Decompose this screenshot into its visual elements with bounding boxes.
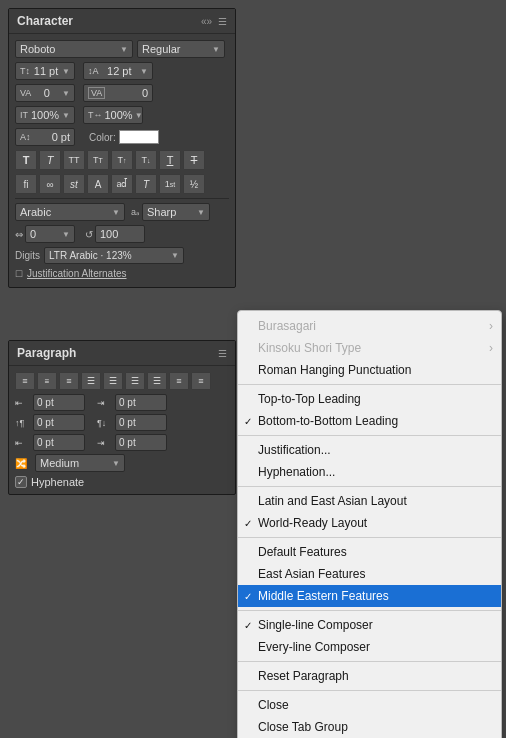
menu-item-close[interactable]: Close <box>238 694 501 716</box>
paragraph-panel-header: Paragraph ☰ <box>9 341 235 366</box>
menu-item-world-ready[interactable]: ✓ World-Ready Layout <box>238 512 501 534</box>
menu-item-top-to-top[interactable]: Top-to-Top Leading <box>238 388 501 410</box>
indent-left-row: ⇤ 0 pt ⇥ 0 pt <box>15 394 229 411</box>
justification-alternates-link[interactable]: Justification Alternates <box>27 268 127 279</box>
horizontal-scale-field[interactable]: T↔ 100% ▼ <box>83 106 143 124</box>
tsume-section: ⇔ 0 ▼ <box>15 225 75 243</box>
aki-icon: ↺ <box>85 229 93 240</box>
hyphenate-label: Hyphenate <box>31 476 84 488</box>
divider-4 <box>238 537 501 538</box>
paragraph-panel-title: Paragraph <box>17 346 76 360</box>
vertical-scale-field[interactable]: IT 100% ▼ <box>15 106 75 124</box>
menu-item-burasagari[interactable]: Burasagari <box>238 315 501 337</box>
opentype-row: fi ∞ st A ad̄ T 1st ½ <box>15 174 229 194</box>
divider-2 <box>238 435 501 436</box>
hyphenate-checkbox[interactable]: ✓ <box>15 476 27 488</box>
space-after-icon: ¶↓ <box>97 418 111 428</box>
ot-discretionary[interactable]: ∞ <box>39 174 61 194</box>
first-indent-row: ⇤ 0 pt ⇥ 0 pt <box>15 434 229 451</box>
aki-section: ↺ 100 <box>85 225 145 243</box>
align-center-btn[interactable]: ≡ <box>37 372 57 390</box>
font-family-select[interactable]: Roboto ▼ <box>15 40 133 58</box>
font-row: Roboto ▼ Regular ▼ <box>15 40 229 58</box>
ot-titling[interactable]: T <box>135 174 157 194</box>
justification-alt-row: ☐ Justification Alternates <box>15 268 229 279</box>
menu-item-every-line[interactable]: Every-line Composer <box>238 636 501 658</box>
antialias-icon: aₐ <box>131 207 140 217</box>
menu-item-close-tab-group[interactable]: Close Tab Group <box>238 716 501 738</box>
scale-row: IT 100% ▼ T↔ 100% ▼ <box>15 106 229 124</box>
tsume-aki-row: ⇔ 0 ▼ ↺ 100 <box>15 225 229 243</box>
tsume-field[interactable]: 0 ▼ <box>25 225 75 243</box>
menu-item-roman-hanging[interactable]: Roman Hanging Punctuation <box>238 359 501 381</box>
hscale-arrow: ▼ <box>135 111 143 120</box>
language-select[interactable]: Arabic ▼ <box>15 203 125 221</box>
typo-btn-bold[interactable]: T <box>15 150 37 170</box>
indent-right-field[interactable]: 0 pt <box>115 394 167 411</box>
antialias-section: aₐ Sharp ▼ <box>131 203 210 221</box>
tsume-icon: ⇔ <box>15 229 23 240</box>
lang-arrow: ▼ <box>112 208 120 217</box>
digits-label: Digits <box>15 250 40 261</box>
justify-all-btn[interactable]: ☰ <box>147 372 167 390</box>
baseline-icon: A↕ <box>20 132 31 142</box>
para-hamburger-icon[interactable]: ☰ <box>218 348 227 359</box>
tracking-icon: VA <box>88 87 105 99</box>
rtl-align-btn[interactable]: ≡ <box>169 372 189 390</box>
font-style-select[interactable]: Regular ▼ <box>137 40 225 58</box>
ot-oldstyle[interactable]: A <box>87 174 109 194</box>
indent-left-field[interactable]: 0 pt <box>33 394 85 411</box>
justify-right-btn[interactable]: ☰ <box>125 372 145 390</box>
menu-item-east-asian-features[interactable]: East Asian Features <box>238 563 501 585</box>
aki-field[interactable]: 100 <box>95 225 145 243</box>
color-swatch[interactable] <box>119 130 159 144</box>
menu-item-kinsoku[interactable]: Kinsoku Shori Type <box>238 337 501 359</box>
align-right-btn[interactable]: ≡ <box>59 372 79 390</box>
digits-select[interactable]: LTR Arabic · 123% ▼ <box>44 247 184 264</box>
ot-ligatures[interactable]: fi <box>15 174 37 194</box>
typo-btn-allcaps[interactable]: TT <box>63 150 85 170</box>
rtl-align2-btn[interactable]: ≡ <box>191 372 211 390</box>
space-after-field[interactable]: 0 pt <box>115 414 167 431</box>
justify-left-btn[interactable]: ☰ <box>81 372 101 390</box>
menu-item-bottom-to-bottom[interactable]: ✓ Bottom-to-Bottom Leading <box>238 410 501 432</box>
justify-center-btn[interactable]: ☰ <box>103 372 123 390</box>
menu-item-reset-paragraph[interactable]: Reset Paragraph <box>238 665 501 687</box>
typo-btn-sub[interactable]: T↓ <box>135 150 157 170</box>
ot-ordinals[interactable]: 1st <box>159 174 181 194</box>
ot-fractions[interactable]: ½ <box>183 174 205 194</box>
just-check: ☐ <box>15 269 23 279</box>
first-indent-field[interactable]: 0 pt <box>33 434 85 451</box>
typo-btn-smallcaps[interactable]: TT <box>87 150 109 170</box>
leading-arrow: ▼ <box>140 67 148 76</box>
menu-item-default-features[interactable]: Default Features <box>238 541 501 563</box>
align-left-btn[interactable]: ≡ <box>15 372 35 390</box>
burasagari-label: Burasagari <box>258 319 316 333</box>
typo-btn-strikethrough[interactable]: T <box>183 150 205 170</box>
kerning-field[interactable]: VA 0 ▼ <box>15 84 75 102</box>
leading-field[interactable]: ↕A 12 pt ▼ <box>83 62 153 80</box>
divider-7 <box>238 690 501 691</box>
antialias-select[interactable]: Sharp ▼ <box>142 203 210 221</box>
character-panel-title: Character <box>17 14 73 28</box>
space-before-field[interactable]: 0 pt <box>33 414 85 431</box>
menu-item-hyphenation[interactable]: Hyphenation... <box>238 461 501 483</box>
typo-btn-super[interactable]: T↑ <box>111 150 133 170</box>
menu-item-middle-eastern[interactable]: ✓ Middle Eastern Features <box>238 585 501 607</box>
menu-item-justification[interactable]: Justification... <box>238 439 501 461</box>
menu-item-single-line[interactable]: ✓ Single-line Composer <box>238 614 501 636</box>
typo-btn-underline[interactable]: T <box>159 150 181 170</box>
compose-row: 🔀 Medium ▼ <box>15 454 229 472</box>
ot-swash[interactable]: st <box>63 174 85 194</box>
hamburger-icon[interactable]: ☰ <box>218 16 227 27</box>
tracking-field[interactable]: VA 0 <box>83 84 153 102</box>
ot-ornaments[interactable]: ad̄ <box>111 174 133 194</box>
typo-btn-italic[interactable]: T <box>39 150 61 170</box>
last-indent-field[interactable]: 0 pt <box>115 434 167 451</box>
compose-select[interactable]: Medium ▼ <box>35 454 125 472</box>
reset-paragraph-label: Reset Paragraph <box>258 669 349 683</box>
baseline-shift-field[interactable]: A↕ 0 pt <box>15 128 75 146</box>
kinsoku-label: Kinsoku Shori Type <box>258 341 361 355</box>
font-size-field[interactable]: T↕ 11 pt ▼ <box>15 62 75 80</box>
menu-item-latin-east-asian[interactable]: Latin and East Asian Layout <box>238 490 501 512</box>
